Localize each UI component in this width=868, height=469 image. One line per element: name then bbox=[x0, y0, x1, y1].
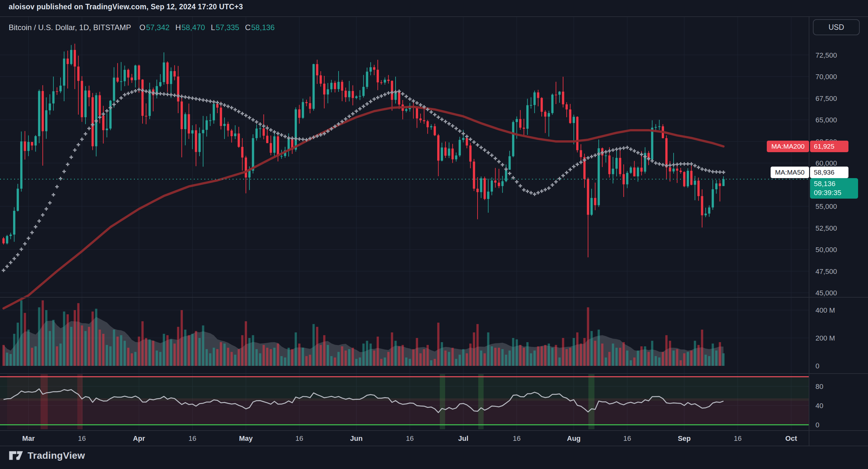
svg-text:Sep: Sep bbox=[678, 434, 690, 442]
svg-text:Oct: Oct bbox=[785, 434, 797, 442]
low-label: L bbox=[211, 23, 215, 32]
candle-countdown: 09:39:35 bbox=[814, 188, 854, 197]
svg-text:Jul: Jul bbox=[458, 434, 469, 442]
svg-text:16: 16 bbox=[189, 434, 196, 442]
svg-text:Mar: Mar bbox=[22, 434, 35, 442]
svg-text:16: 16 bbox=[295, 434, 303, 442]
svg-text:16: 16 bbox=[623, 434, 631, 442]
svg-text:May: May bbox=[239, 434, 253, 442]
svg-text:72,500: 72,500 bbox=[815, 51, 837, 59]
svg-text:Aug: Aug bbox=[567, 434, 581, 442]
symbol-title: Bitcoin / U.S. Dollar, 1D, BITSTAMP bbox=[9, 23, 131, 32]
tradingview-brand-text: TradingView bbox=[28, 450, 85, 461]
high-value: 58,470 bbox=[182, 23, 205, 32]
high-label: H bbox=[175, 23, 181, 32]
svg-text:55,000: 55,000 bbox=[815, 202, 837, 211]
svg-text:45,000: 45,000 bbox=[815, 289, 837, 297]
svg-text:16: 16 bbox=[734, 434, 742, 442]
svg-text:65,000: 65,000 bbox=[815, 116, 837, 124]
svg-text:Jun: Jun bbox=[350, 434, 363, 442]
tradingview-chart-page: 72,50070,00067,50065,00062,50060,00055,0… bbox=[0, 0, 868, 469]
tradingview-logo-icon bbox=[9, 449, 23, 462]
ma50-axis-value[interactable]: 58,936 bbox=[810, 166, 848, 178]
svg-text:50,000: 50,000 bbox=[815, 246, 837, 254]
candlestick-chart-canvas[interactable]: 72,50070,00067,50065,00062,50060,00055,0… bbox=[0, 0, 868, 469]
low-value: 57,335 bbox=[216, 23, 239, 32]
oscillator-axis: 80400 bbox=[815, 382, 823, 429]
open-label: O bbox=[139, 23, 146, 32]
open-value: 57,342 bbox=[146, 23, 169, 32]
ma200-label: MA:MA200 bbox=[767, 140, 809, 152]
svg-text:40: 40 bbox=[815, 402, 823, 410]
close-label: C bbox=[245, 23, 250, 32]
svg-text:200 M: 200 M bbox=[815, 334, 835, 342]
svg-text:16: 16 bbox=[513, 434, 521, 442]
time-axis[interactable]: Mar16Apr16May16Jun16Jul16Aug16Sep16Oct bbox=[22, 434, 797, 442]
svg-text:60,000: 60,000 bbox=[815, 159, 837, 167]
volume-axis: 400 M200 M0 bbox=[815, 306, 835, 370]
svg-text:Apr: Apr bbox=[133, 434, 145, 442]
last-price-tag[interactable]: 58,136 09:39:35 bbox=[810, 178, 858, 199]
svg-text:0: 0 bbox=[815, 362, 819, 370]
svg-text:400 M: 400 M bbox=[815, 306, 835, 314]
ma200-line bbox=[3, 107, 723, 309]
svg-text:16: 16 bbox=[406, 434, 413, 442]
ma50-label: MA:MA50 bbox=[771, 166, 809, 178]
symbol-legend[interactable]: Bitcoin / U.S. Dollar, 1D, BITSTAMPO57,3… bbox=[9, 23, 275, 32]
ma200-axis-value[interactable]: 61,925 bbox=[810, 140, 848, 152]
oscillator-zones bbox=[0, 374, 809, 429]
tradingview-footer[interactable]: TradingView bbox=[9, 449, 85, 462]
svg-text:52,500: 52,500 bbox=[815, 224, 837, 232]
close-value: 58,136 bbox=[251, 23, 275, 32]
published-header: aloisov published on TradingView.com, Se… bbox=[9, 3, 243, 11]
svg-text:67,500: 67,500 bbox=[815, 94, 837, 102]
svg-text:47,500: 47,500 bbox=[815, 268, 837, 276]
svg-text:80: 80 bbox=[815, 382, 823, 390]
currency-toggle-button[interactable]: USD bbox=[813, 19, 860, 35]
svg-text:70,000: 70,000 bbox=[815, 73, 837, 81]
svg-text:16: 16 bbox=[78, 434, 86, 442]
svg-text:0: 0 bbox=[815, 421, 819, 429]
last-price-value: 58,136 bbox=[814, 179, 854, 188]
